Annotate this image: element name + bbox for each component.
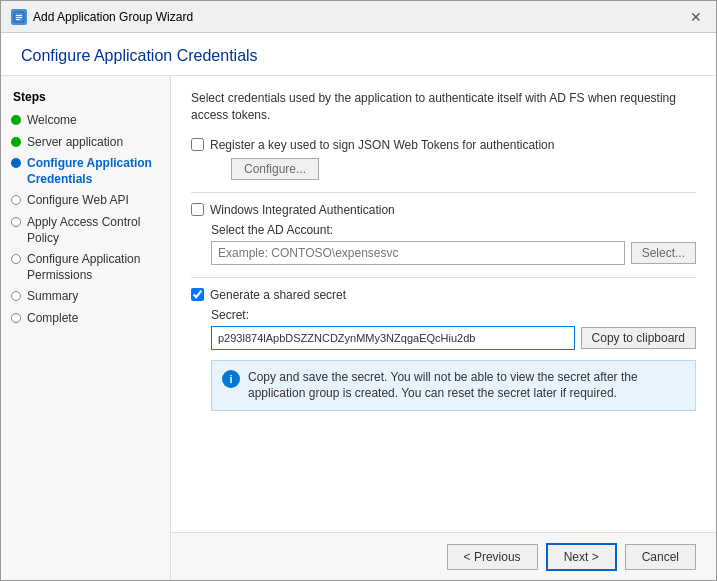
- close-button[interactable]: ✕: [686, 7, 706, 27]
- sidebar-item-configure-credentials[interactable]: Configure Application Credentials: [1, 153, 170, 190]
- ad-account-input[interactable]: [211, 241, 625, 265]
- jwt-checkbox[interactable]: [191, 138, 204, 151]
- page-title: Configure Application Credentials: [21, 47, 696, 65]
- info-message: Copy and save the secret. You will not b…: [248, 369, 685, 403]
- sidebar-item-welcome[interactable]: Welcome: [1, 110, 170, 132]
- svg-rect-3: [16, 19, 20, 20]
- step-dot-welcome: [11, 115, 21, 125]
- windows-auth-checkbox[interactable]: [191, 203, 204, 216]
- sidebar-item-configure-web-api[interactable]: Configure Web API: [1, 190, 170, 212]
- info-box: i Copy and save the secret. You will not…: [211, 360, 696, 412]
- sidebar: Steps Welcome Server application Configu…: [1, 76, 171, 580]
- sidebar-item-server-application[interactable]: Server application: [1, 132, 170, 154]
- windows-auth-label[interactable]: Windows Integrated Authentication: [210, 203, 395, 217]
- copy-to-clipboard-button[interactable]: Copy to clipboard: [581, 327, 696, 349]
- page-header: Configure Application Credentials: [1, 33, 716, 76]
- shared-secret-group: Generate a shared secret Secret: Copy to…: [191, 288, 696, 412]
- ad-account-label: Select the AD Account:: [211, 223, 696, 237]
- footer: < Previous Next > Cancel: [171, 532, 716, 580]
- secret-row: Copy to clipboard: [211, 326, 696, 350]
- step-dot-complete: [11, 313, 21, 323]
- step-dot-server: [11, 137, 21, 147]
- sidebar-item-app-permissions[interactable]: Configure Application Permissions: [1, 249, 170, 286]
- info-icon: i: [222, 370, 240, 388]
- step-dot-permissions: [11, 254, 21, 264]
- sidebar-label-permissions: Configure Application Permissions: [27, 252, 162, 283]
- wizard-icon: [11, 9, 27, 25]
- description-text: Select credentials used by the applicati…: [191, 90, 696, 124]
- secret-field-label: Secret:: [211, 308, 696, 322]
- separator-1: [191, 192, 696, 193]
- step-dot-summary: [11, 291, 21, 301]
- secret-input[interactable]: [211, 326, 575, 350]
- sidebar-label-credentials: Configure Application Credentials: [27, 156, 162, 187]
- separator-2: [191, 277, 696, 278]
- svg-rect-1: [16, 15, 22, 16]
- sidebar-label-complete: Complete: [27, 311, 78, 327]
- sidebar-item-complete[interactable]: Complete: [1, 308, 170, 330]
- next-button[interactable]: Next >: [546, 543, 617, 571]
- titlebar-left: Add Application Group Wizard: [11, 9, 193, 25]
- jwt-group: Register a key used to sign JSON Web Tok…: [191, 138, 696, 180]
- shared-secret-checkbox-row: Generate a shared secret: [191, 288, 696, 302]
- jwt-checkbox-label[interactable]: Register a key used to sign JSON Web Tok…: [210, 138, 554, 152]
- sidebar-label-webapi: Configure Web API: [27, 193, 129, 209]
- window-title: Add Application Group Wizard: [33, 10, 193, 24]
- sidebar-label-server: Server application: [27, 135, 123, 151]
- previous-button[interactable]: < Previous: [447, 544, 538, 570]
- sidebar-item-access-control[interactable]: Apply Access Control Policy: [1, 212, 170, 249]
- shared-secret-label[interactable]: Generate a shared secret: [210, 288, 346, 302]
- sidebar-label-summary: Summary: [27, 289, 78, 305]
- jwt-checkbox-row: Register a key used to sign JSON Web Tok…: [191, 138, 696, 152]
- sidebar-item-summary[interactable]: Summary: [1, 286, 170, 308]
- titlebar: Add Application Group Wizard ✕: [1, 1, 716, 33]
- step-dot-access: [11, 217, 21, 227]
- content-area: Select credentials used by the applicati…: [171, 76, 716, 580]
- windows-auth-group: Windows Integrated Authentication Select…: [191, 203, 696, 265]
- sidebar-label-access: Apply Access Control Policy: [27, 215, 162, 246]
- wizard-window: Add Application Group Wizard ✕ Configure…: [0, 0, 717, 581]
- steps-label: Steps: [1, 86, 170, 110]
- main-content: Steps Welcome Server application Configu…: [1, 76, 716, 580]
- cancel-button[interactable]: Cancel: [625, 544, 696, 570]
- shared-secret-checkbox[interactable]: [191, 288, 204, 301]
- step-dot-credentials: [11, 158, 21, 168]
- ad-account-row: Select...: [211, 241, 696, 265]
- step-dot-webapi: [11, 195, 21, 205]
- configure-button[interactable]: Configure...: [231, 158, 319, 180]
- select-button[interactable]: Select...: [631, 242, 696, 264]
- content-body: Select credentials used by the applicati…: [171, 76, 716, 532]
- svg-rect-2: [16, 17, 22, 18]
- sidebar-label-welcome: Welcome: [27, 113, 77, 129]
- windows-auth-checkbox-row: Windows Integrated Authentication: [191, 203, 696, 217]
